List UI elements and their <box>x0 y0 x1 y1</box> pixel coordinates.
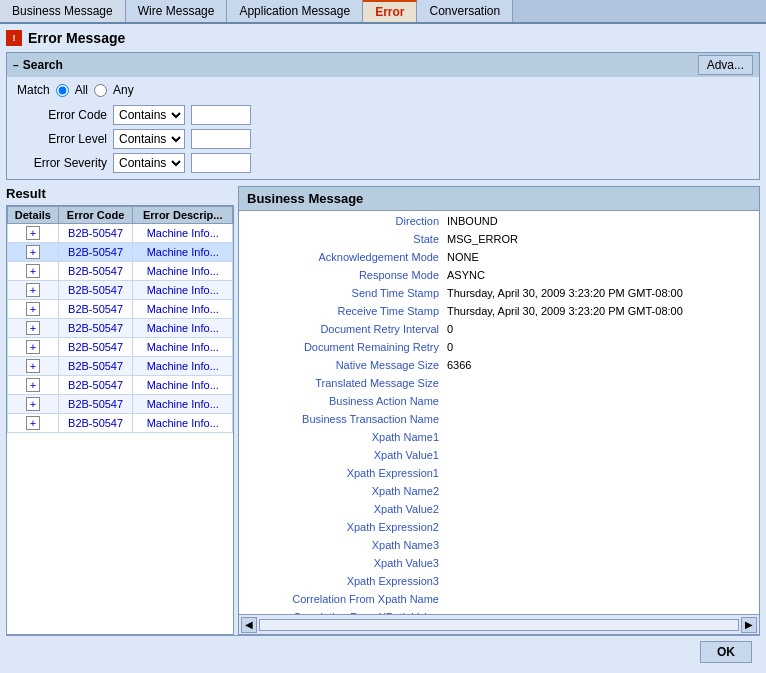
table-row[interactable]: + B2B-50547 Machine Info... <box>8 262 233 281</box>
radio-all[interactable] <box>56 84 69 97</box>
error-severity-input[interactable] <box>191 153 251 173</box>
field-value: ASYNC <box>447 269 485 285</box>
tab-wire-message[interactable]: Wire Message <box>126 0 228 22</box>
match-label: Match <box>17 83 50 97</box>
tab-business-message[interactable]: Business Message <box>0 0 126 22</box>
details-cell[interactable]: + <box>8 357 59 376</box>
search-panel: − Search Adva... Match All Any Error Cod… <box>6 52 760 180</box>
error-severity-label: Error Severity <box>17 156 107 170</box>
details-cell[interactable]: + <box>8 414 59 433</box>
tab-error[interactable]: Error <box>363 0 417 22</box>
plus-icon[interactable]: + <box>26 321 40 335</box>
table-row[interactable]: + B2B-50547 Machine Info... <box>8 281 233 300</box>
search-label: Search <box>23 58 63 72</box>
plus-icon[interactable]: + <box>26 302 40 316</box>
table-row[interactable]: + B2B-50547 Machine Info... <box>8 338 233 357</box>
table-row[interactable]: + B2B-50547 Machine Info... <box>8 376 233 395</box>
description-cell: Machine Info... <box>133 376 233 395</box>
details-cell[interactable]: + <box>8 395 59 414</box>
scroll-left-arrow[interactable]: ◀ <box>241 617 257 633</box>
field-row: Xpath Value2 <box>247 503 751 519</box>
table-row[interactable]: + B2B-50547 Machine Info... <box>8 414 233 433</box>
details-cell[interactable]: + <box>8 319 59 338</box>
field-label: Response Mode <box>247 269 447 285</box>
details-cell[interactable]: + <box>8 300 59 319</box>
description-cell: Machine Info... <box>133 395 233 414</box>
col-error-desc: Error Descrip... <box>133 207 233 224</box>
field-row: Xpath Value3 <box>247 557 751 573</box>
details-cell[interactable]: + <box>8 224 59 243</box>
footer: OK <box>6 635 760 667</box>
field-value: MSG_ERROR <box>447 233 518 249</box>
error-code-cell: B2B-50547 <box>58 376 133 395</box>
page-title: Error Message <box>28 30 125 46</box>
field-row: Response Mode ASYNC <box>247 269 751 285</box>
radio-any[interactable] <box>94 84 107 97</box>
field-label: Receive Time Stamp <box>247 305 447 321</box>
table-row[interactable]: + B2B-50547 Machine Info... <box>8 395 233 414</box>
tab-application-message[interactable]: Application Message <box>227 0 363 22</box>
plus-icon[interactable]: + <box>26 397 40 411</box>
table-row[interactable]: + B2B-50547 Machine Info... <box>8 319 233 338</box>
error-code-cell: B2B-50547 <box>58 262 133 281</box>
table-row[interactable]: + B2B-50547 Machine Info... <box>8 243 233 262</box>
error-icon: ! <box>6 30 22 46</box>
error-severity-row: Error Severity Contains <box>17 153 749 173</box>
details-cell[interactable]: + <box>8 262 59 281</box>
error-code-label: Error Code <box>17 108 107 122</box>
error-level-input[interactable] <box>191 129 251 149</box>
col-details: Details <box>8 207 59 224</box>
error-code-cell: B2B-50547 <box>58 300 133 319</box>
error-code-cell: B2B-50547 <box>58 224 133 243</box>
field-label: Send Time Stamp <box>247 287 447 303</box>
plus-icon[interactable]: + <box>26 245 40 259</box>
details-cell[interactable]: + <box>8 376 59 395</box>
error-code-cell: B2B-50547 <box>58 281 133 300</box>
field-value: 0 <box>447 341 453 357</box>
plus-icon[interactable]: + <box>26 340 40 354</box>
field-label: Translated Message Size <box>247 377 447 393</box>
plus-icon[interactable]: + <box>26 226 40 240</box>
field-label: Business Action Name <box>247 395 447 411</box>
tab-conversation[interactable]: Conversation <box>417 0 513 22</box>
table-row[interactable]: + B2B-50547 Machine Info... <box>8 224 233 243</box>
horizontal-scrollbar: ◀ ▶ <box>239 614 759 634</box>
plus-icon[interactable]: + <box>26 378 40 392</box>
search-toggle-icon: − <box>13 60 19 71</box>
table-row[interactable]: + B2B-50547 Machine Info... <box>8 357 233 376</box>
description-cell: Machine Info... <box>133 300 233 319</box>
error-code-select[interactable]: Contains <box>113 105 185 125</box>
ok-button[interactable]: OK <box>700 641 752 663</box>
plus-icon[interactable]: + <box>26 359 40 373</box>
tabs-bar: Business Message Wire Message Applicatio… <box>0 0 766 24</box>
plus-icon[interactable]: + <box>26 416 40 430</box>
scroll-right-arrow[interactable]: ▶ <box>741 617 757 633</box>
field-row: Send Time Stamp Thursday, April 30, 2009… <box>247 287 751 303</box>
error-level-select[interactable]: Contains <box>113 129 185 149</box>
field-row: Receive Time Stamp Thursday, April 30, 2… <box>247 305 751 321</box>
error-code-cell: B2B-50547 <box>58 319 133 338</box>
search-header[interactable]: − Search Adva... <box>7 53 759 77</box>
field-value: 0 <box>447 323 453 339</box>
table-row[interactable]: + B2B-50547 Machine Info... <box>8 300 233 319</box>
field-row: Acknowledgement Mode NONE <box>247 251 751 267</box>
col-error-code: Error Code <box>58 207 133 224</box>
details-cell[interactable]: + <box>8 243 59 262</box>
plus-icon[interactable]: + <box>26 283 40 297</box>
error-severity-select[interactable]: Contains <box>113 153 185 173</box>
details-cell[interactable]: + <box>8 281 59 300</box>
details-cell[interactable]: + <box>8 338 59 357</box>
plus-icon[interactable]: + <box>26 264 40 278</box>
field-label: Xpath Expression1 <box>247 467 447 483</box>
error-code-cell: B2B-50547 <box>58 243 133 262</box>
page-title-row: ! Error Message <box>6 30 760 46</box>
scroll-track[interactable] <box>259 619 739 631</box>
field-value: 6366 <box>447 359 471 375</box>
field-row: Xpath Expression2 <box>247 521 751 537</box>
error-code-input[interactable] <box>191 105 251 125</box>
match-row: Match All Any <box>17 83 749 97</box>
advanced-button[interactable]: Adva... <box>698 55 753 75</box>
field-row: Business Transaction Name <box>247 413 751 429</box>
description-cell: Machine Info... <box>133 243 233 262</box>
description-cell: Machine Info... <box>133 319 233 338</box>
